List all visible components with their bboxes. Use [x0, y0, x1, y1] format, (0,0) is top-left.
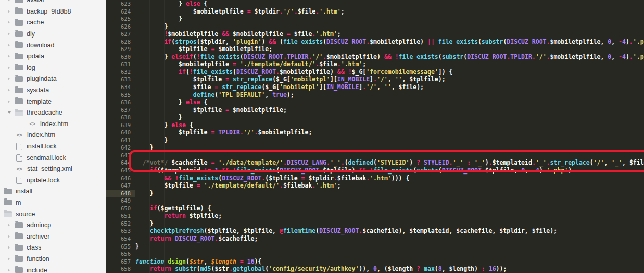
line-number[interactable]: 658: [106, 265, 135, 273]
line-number[interactable]: 628: [106, 38, 135, 46]
code-line-645[interactable]: 645 if($templateid != 1 && !file_exists(…: [106, 167, 644, 175]
code-line-658[interactable]: 658 return substr(md5($str.getglobal('co…: [106, 265, 644, 273]
chevron-right-icon[interactable]: [8, 89, 10, 92]
line-number[interactable]: 642: [106, 144, 135, 152]
chevron-right-icon[interactable]: [8, 257, 10, 260]
sidebar-item-download[interactable]: download: [0, 40, 106, 51]
line-number[interactable]: 630: [106, 53, 135, 61]
code-line-638[interactable]: 638 }: [106, 114, 644, 121]
line-number[interactable]: 625: [106, 15, 135, 23]
line-number[interactable]: 644: [106, 159, 135, 167]
chevron-right-icon[interactable]: [8, 100, 10, 103]
line-number[interactable]: 656: [106, 250, 135, 258]
code-line-634[interactable]: 634 $file = str_replace($_G['mobiletpl']…: [106, 83, 644, 91]
line-number[interactable]: 632: [106, 68, 135, 76]
line-number[interactable]: 624: [106, 8, 135, 16]
line-number[interactable]: 636: [106, 98, 135, 106]
code-line-627[interactable]: 627 !$mobiletplfile && $mobiletplfile = …: [106, 30, 644, 38]
line-number[interactable]: 639: [106, 121, 135, 129]
code-line-632[interactable]: 632 if(!file_exists(DISCUZ_ROOT.$mobilet…: [106, 68, 644, 76]
chevron-right-icon[interactable]: [8, 66, 10, 69]
line-number[interactable]: 650: [106, 205, 135, 213]
code-line-628[interactable]: 628 if(strpos($tpldir, 'plugin') && (fil…: [106, 38, 644, 46]
sidebar-item-update-lock[interactable]: update.lock: [0, 175, 106, 186]
chevron-right-icon[interactable]: [8, 21, 10, 24]
chevron-right-icon[interactable]: [8, 77, 10, 80]
code-line-650[interactable]: 650 if($gettplfile) {: [106, 205, 644, 213]
code-line-637[interactable]: 637 $tplfile = $mobiletplfile;: [106, 106, 644, 114]
sidebar-item-diy[interactable]: diy: [0, 28, 106, 40]
sidebar-item-admincp[interactable]: admincp: [0, 219, 106, 231]
editor-pane[interactable]: 623 } else {624 $mobiletplfile = $tpldir…: [106, 0, 644, 273]
code-line-644[interactable]: 644 /*vot*/ $cachefile = './data/templat…: [106, 159, 644, 167]
line-number[interactable]: 629: [106, 45, 135, 53]
sidebar-item-install[interactable]: install: [0, 186, 106, 197]
line-number[interactable]: 648: [106, 190, 135, 197]
sidebar-item-function[interactable]: function: [0, 253, 106, 265]
code-line-639[interactable]: 639 } else {: [106, 121, 644, 129]
line-number[interactable]: 655: [106, 243, 135, 251]
chevron-right-icon[interactable]: [8, 269, 10, 272]
chevron-right-icon[interactable]: [8, 235, 10, 238]
sidebar-item-threadcache[interactable]: threadcache: [0, 107, 106, 118]
code-line-656[interactable]: 656: [106, 250, 644, 258]
line-number[interactable]: 634: [106, 83, 135, 91]
sidebar-item-template[interactable]: template: [0, 96, 106, 107]
sidebar-item-plugindata[interactable]: plugindata: [0, 73, 106, 85]
line-number[interactable]: 652: [106, 220, 135, 228]
sidebar-item-stat-setting-xml[interactable]: <>stat_setting.xml: [0, 163, 106, 175]
code-line-654[interactable]: 654 return DISCUZ_ROOT.$cachefile;: [106, 235, 644, 243]
sidebar-item-include[interactable]: include: [0, 265, 106, 273]
code-line-629[interactable]: 629 $tplfile = $mobiletplfile;: [106, 45, 644, 53]
line-number[interactable]: 651: [106, 212, 135, 220]
sidebar-item-source[interactable]: source: [0, 208, 106, 220]
code-line-655[interactable]: 655}: [106, 243, 644, 251]
chevron-right-icon[interactable]: [8, 0, 10, 2]
line-number[interactable]: 633: [106, 76, 135, 83]
line-number[interactable]: 637: [106, 106, 135, 114]
line-number[interactable]: 638: [106, 114, 135, 121]
line-number[interactable]: 635: [106, 91, 135, 99]
code-line-625[interactable]: 625 }: [106, 15, 644, 23]
line-number[interactable]: 626: [106, 23, 135, 31]
sidebar-item-index-htm[interactable]: <>index.htm: [0, 130, 106, 141]
sidebar-item-ipdata[interactable]: ipdata: [0, 51, 106, 62]
code-line-626[interactable]: 626 }: [106, 23, 644, 31]
line-number[interactable]: 649: [106, 197, 135, 205]
chevron-right-icon[interactable]: [8, 246, 10, 249]
line-number[interactable]: 653: [106, 227, 135, 235]
line-number[interactable]: 646: [106, 175, 135, 182]
sidebar-item-index-htm[interactable]: <>index.htm: [0, 118, 106, 130]
code-line-651[interactable]: 651 return $tplfile;: [106, 212, 644, 220]
line-number[interactable]: 631: [106, 60, 135, 68]
sidebar-item-m[interactable]: m: [0, 197, 106, 208]
sidebar-item-class[interactable]: class: [0, 242, 106, 254]
sidebar-item-log[interactable]: log: [0, 62, 106, 73]
code-line-647[interactable]: 647 $tplfile = './template/default/'.$fi…: [106, 182, 644, 190]
code-line-652[interactable]: 652 }: [106, 220, 644, 228]
code-line-635[interactable]: 635 define('TPL_DEFAULT', true);: [106, 91, 644, 99]
code-line-648[interactable]: 648 }: [106, 190, 644, 197]
line-number[interactable]: 643: [106, 152, 135, 159]
chevron-down-icon[interactable]: [8, 111, 11, 114]
sidebar-item-archiver[interactable]: archiver: [0, 231, 106, 242]
chevron-right-icon[interactable]: [8, 55, 10, 58]
code-line-640[interactable]: 640 $tplfile = TPLDIR.'/'.$mobiletplfile…: [106, 129, 644, 136]
code-line-633[interactable]: 633 $tplfile = str_replace($_G['mobiletp…: [106, 76, 644, 83]
code-line-653[interactable]: 653 checktplrefresh($tplfile, $tplfile, …: [106, 227, 644, 235]
sidebar-item-cache[interactable]: cache: [0, 17, 106, 29]
line-number[interactable]: 647: [106, 182, 135, 190]
code-line-636[interactable]: 636 } else {: [106, 98, 644, 106]
code-line-646[interactable]: 646 && !file_exists(DISCUZ_ROOT.($tplfil…: [106, 175, 644, 182]
line-number[interactable]: 640: [106, 129, 135, 136]
line-number[interactable]: 627: [106, 30, 135, 38]
code-line-642[interactable]: 642 }: [106, 144, 644, 152]
code-area[interactable]: 623 } else {624 $mobiletplfile = $tpldir…: [106, 0, 644, 273]
sidebar-item-sysdata[interactable]: sysdata: [0, 84, 106, 96]
code-line-630[interactable]: 630 } elseif(!file_exists(DISCUZ_ROOT.TP…: [106, 53, 644, 61]
code-line-631[interactable]: 631 $mobiletplfile = './template/default…: [106, 60, 644, 68]
file-explorer-sidebar[interactable]: avatarbackup_9fd8b8cachediydownloadipdat…: [0, 0, 106, 273]
code-line-657[interactable]: 657function dsign($str, $length = 16){: [106, 258, 644, 266]
sidebar-item-install-lock[interactable]: install.lock: [0, 141, 106, 152]
sidebar-item-backup-9fd8b8[interactable]: backup_9fd8b8: [0, 6, 106, 17]
